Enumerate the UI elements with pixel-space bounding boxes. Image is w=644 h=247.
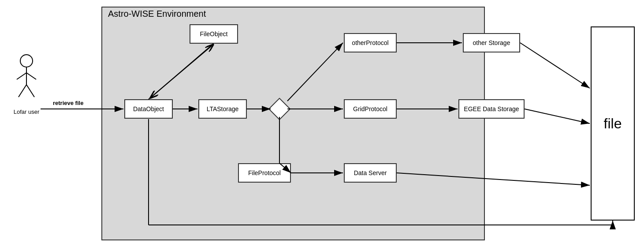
svg-text:retrieve file: retrieve file — [53, 100, 83, 106]
data-object-box: DataObject — [124, 99, 173, 119]
file-protocol-box: FileProtocol — [238, 163, 291, 183]
actor-label: Lofar user — [13, 109, 40, 115]
svg-line-18 — [520, 43, 590, 88]
svg-line-4 — [19, 85, 26, 97]
data-server-box: Data Server — [344, 163, 397, 183]
svg-point-0 — [20, 55, 33, 67]
svg-line-3 — [26, 73, 36, 79]
file-box: file — [591, 26, 635, 221]
svg-line-2 — [17, 73, 26, 79]
environment-box — [101, 7, 485, 240]
environment-label: Astro-WISE Environment — [108, 9, 206, 19]
grid-protocol-box: GridProtocol — [344, 99, 397, 119]
file-object-box: FileObject — [190, 24, 238, 44]
other-storage-box: other Storage — [463, 33, 520, 52]
file-label: file — [604, 116, 622, 132]
actor-figure: Lofar user — [13, 53, 40, 115]
svg-line-20 — [525, 109, 590, 124]
other-protocol-box: otherProtocol — [344, 33, 397, 52]
egee-storage-box: EGEE Data Storage — [458, 99, 525, 119]
lta-storage-box: LTAStorage — [198, 99, 247, 119]
svg-line-5 — [26, 85, 34, 97]
diagram: Astro-WISE Environment file Lofar user F… — [0, 0, 644, 247]
